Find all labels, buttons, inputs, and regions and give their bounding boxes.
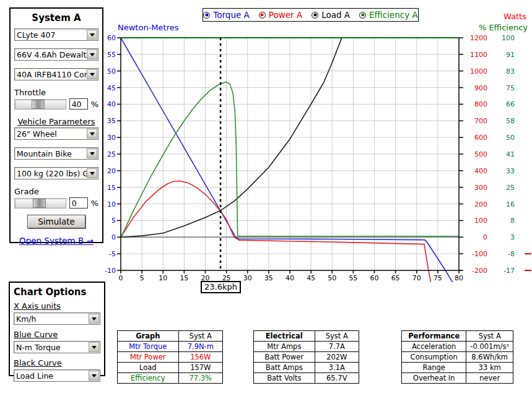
svg-text:65: 65 bbox=[391, 274, 400, 282]
svg-text:55: 55 bbox=[107, 51, 116, 59]
svg-text:30: 30 bbox=[243, 274, 252, 282]
axis-ticks bbox=[117, 38, 531, 273]
chevron-down-icon[interactable] bbox=[89, 342, 99, 352]
svg-text:700: 700 bbox=[474, 117, 487, 125]
svg-text:100: 100 bbox=[474, 217, 487, 225]
svg-text:800: 800 bbox=[474, 100, 487, 108]
svg-text:80: 80 bbox=[455, 274, 463, 282]
svg-text:-100: -100 bbox=[472, 250, 487, 258]
svg-text:-10: -10 bbox=[105, 267, 116, 275]
gridlines bbox=[121, 38, 459, 270]
table-row: Mtr Power156W bbox=[118, 352, 223, 363]
svg-text:15: 15 bbox=[180, 274, 188, 282]
svg-text:40: 40 bbox=[107, 100, 116, 108]
svg-text:-5: -5 bbox=[109, 250, 116, 258]
svg-text:75: 75 bbox=[506, 84, 515, 92]
svg-text:70: 70 bbox=[412, 274, 421, 282]
svg-text:33: 33 bbox=[506, 167, 515, 175]
svg-text:25: 25 bbox=[107, 150, 116, 158]
table-row: Acceleration-0.001m/s² bbox=[402, 342, 513, 352]
svg-text:-8: -8 bbox=[508, 250, 515, 258]
svg-text:55: 55 bbox=[349, 274, 357, 282]
efficiency-axis-title: % Efficiency bbox=[479, 23, 528, 32]
svg-text:50: 50 bbox=[107, 67, 116, 75]
svg-text:15: 15 bbox=[107, 184, 116, 192]
svg-text:-17: -17 bbox=[504, 267, 515, 275]
svg-text:900: 900 bbox=[474, 84, 487, 92]
blue-curve-select[interactable]: N-m Torque bbox=[14, 341, 100, 353]
svg-text:0: 0 bbox=[483, 233, 487, 241]
svg-text:200: 200 bbox=[474, 200, 487, 209]
table-header-row: ElectricalSyst A bbox=[254, 331, 359, 342]
svg-text:58: 58 bbox=[506, 117, 515, 125]
svg-text:1100: 1100 bbox=[470, 51, 487, 59]
curve-power-a bbox=[121, 181, 431, 284]
table-header-row: PerformanceSyst A bbox=[402, 331, 513, 342]
svg-text:20: 20 bbox=[107, 167, 116, 175]
svg-text:400: 400 bbox=[474, 167, 487, 175]
svg-text:35: 35 bbox=[264, 274, 273, 282]
svg-text:0: 0 bbox=[119, 274, 123, 282]
table-row: Mtr Amps7.7A bbox=[254, 342, 359, 352]
left-axis-title: Newton-Metres bbox=[118, 23, 179, 32]
svg-text:83: 83 bbox=[506, 67, 515, 75]
svg-text:8: 8 bbox=[510, 217, 515, 225]
graph-results-table: GraphSyst AMtr Torque7.9N-mMtr Power156W… bbox=[117, 330, 223, 384]
performance-results-table: PerformanceSyst AAcceleration-0.001m/s²C… bbox=[401, 330, 513, 384]
svg-text:5: 5 bbox=[140, 274, 144, 282]
svg-text:0: 0 bbox=[111, 233, 116, 241]
table-row: Load157W bbox=[118, 363, 223, 373]
speed-marker-label: 23.6kph bbox=[201, 281, 241, 293]
table-header-row: GraphSyst A bbox=[118, 331, 223, 342]
svg-text:10: 10 bbox=[107, 200, 116, 209]
svg-text:45: 45 bbox=[307, 274, 315, 282]
x-axis-units-select[interactable]: Km/h bbox=[14, 312, 100, 325]
svg-text:1000: 1000 bbox=[470, 67, 487, 75]
table-row: Batt Volts65.7V bbox=[254, 373, 359, 384]
motor-simulator-app: System A CLyte 407 66V 4.6Ah Dewalt 40A … bbox=[0, 0, 532, 396]
svg-text:45: 45 bbox=[107, 84, 116, 92]
svg-text:66: 66 bbox=[506, 100, 515, 108]
svg-text:1200: 1200 bbox=[470, 34, 487, 42]
svg-text:30: 30 bbox=[107, 134, 116, 142]
blue-curve-label[interactable]: Blue Curve bbox=[14, 330, 58, 339]
svg-text:60: 60 bbox=[107, 34, 116, 42]
table-row: Batt Amps3.1A bbox=[254, 363, 359, 373]
svg-text:35: 35 bbox=[107, 117, 116, 125]
svg-text:-200: -200 bbox=[472, 267, 487, 275]
svg-text:41: 41 bbox=[506, 150, 515, 158]
chevron-down-icon[interactable] bbox=[89, 314, 99, 324]
svg-text:5: 5 bbox=[111, 217, 116, 225]
chevron-down-icon[interactable] bbox=[89, 371, 99, 381]
svg-text:300: 300 bbox=[474, 184, 487, 192]
svg-text:3: 3 bbox=[510, 233, 515, 241]
axis-titles: Newton-MetresWatts% Efficiency bbox=[118, 12, 528, 32]
svg-text:75: 75 bbox=[434, 274, 442, 282]
electrical-results-table: ElectricalSyst AMtr Amps7.7ABatt Power20… bbox=[253, 330, 359, 384]
chart-plot: 605550454035302520151050-5-1012001001100… bbox=[0, 0, 532, 309]
table-row: Consumption8.6Wh/km bbox=[402, 352, 513, 363]
black-curve-select[interactable]: Load Line bbox=[14, 369, 100, 382]
svg-text:50: 50 bbox=[328, 274, 336, 282]
watts-axis-title: Watts bbox=[504, 12, 526, 21]
table-row: Batt Power202W bbox=[254, 352, 359, 363]
curve-torque-a bbox=[121, 38, 453, 284]
svg-text:500: 500 bbox=[474, 150, 487, 158]
curve-load-a bbox=[121, 26, 346, 237]
table-row: Overheat Innever bbox=[402, 373, 513, 384]
svg-text:60: 60 bbox=[370, 274, 379, 282]
black-curve-label[interactable]: Black Curve bbox=[14, 358, 62, 368]
svg-text:10: 10 bbox=[159, 274, 167, 282]
svg-text:100: 100 bbox=[502, 34, 515, 42]
svg-text:16: 16 bbox=[506, 200, 515, 209]
svg-text:25: 25 bbox=[506, 184, 515, 192]
table-row: Mtr Torque7.9N-m bbox=[118, 342, 223, 352]
svg-text:40: 40 bbox=[286, 274, 294, 282]
table-row: Range33 km bbox=[402, 363, 513, 373]
table-row: Efficiency77.3% bbox=[118, 373, 223, 384]
svg-text:91: 91 bbox=[506, 51, 515, 59]
svg-text:600: 600 bbox=[474, 134, 487, 142]
svg-text:50: 50 bbox=[506, 134, 515, 142]
